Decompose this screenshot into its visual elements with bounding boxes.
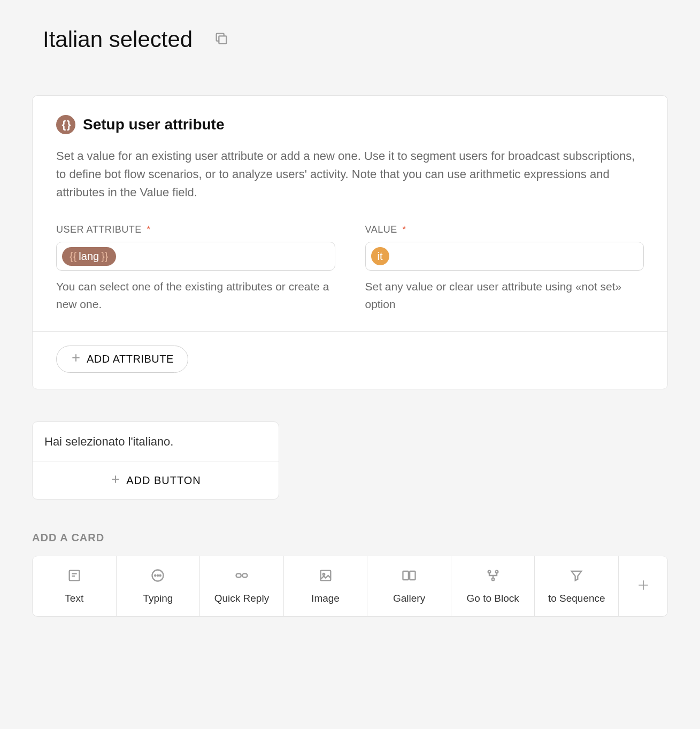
setup-card-description: Set a value for an existing user attribu… bbox=[56, 147, 644, 202]
add-button-button[interactable]: ADD BUTTON bbox=[33, 462, 279, 499]
svg-rect-0 bbox=[219, 36, 227, 43]
toolbar-item-gallery[interactable]: Gallery bbox=[367, 556, 451, 616]
svg-rect-16 bbox=[403, 571, 409, 580]
gallery-icon bbox=[401, 568, 417, 585]
value-label: VALUE * bbox=[365, 224, 644, 235]
toolbar-item-text[interactable]: Text bbox=[33, 556, 117, 616]
toolbar-item-to-sequence[interactable]: to Sequence bbox=[535, 556, 619, 616]
add-button-label: ADD BUTTON bbox=[126, 474, 201, 487]
message-card: Hai selezionato l'italiano. ADD BUTTON bbox=[32, 421, 279, 500]
svg-point-11 bbox=[160, 575, 161, 576]
typing-icon bbox=[150, 568, 165, 585]
setup-user-attribute-card: { } Setup user attribute Set a value for… bbox=[32, 95, 668, 389]
toolbar-item-go-to-block[interactable]: Go to Block bbox=[451, 556, 535, 616]
svg-point-10 bbox=[157, 575, 158, 576]
svg-rect-17 bbox=[410, 571, 415, 580]
svg-point-19 bbox=[495, 571, 498, 573]
toolbar-item-more[interactable] bbox=[619, 556, 667, 616]
svg-rect-13 bbox=[242, 574, 247, 578]
plus-icon bbox=[110, 474, 121, 487]
copy-icon[interactable] bbox=[214, 31, 229, 48]
go-to-block-icon bbox=[486, 568, 501, 585]
page-title[interactable]: Italian selected bbox=[43, 27, 193, 52]
value-help: Set any value or clear user attribute us… bbox=[365, 278, 644, 313]
add-card-toolbar: Text Typing Quick Reply Image Gallery Go… bbox=[32, 556, 668, 617]
message-text[interactable]: Hai selezionato l'italiano. bbox=[33, 422, 279, 462]
user-attribute-label: USER ATTRIBUTE * bbox=[56, 224, 335, 235]
braces-icon: { } bbox=[56, 115, 75, 134]
add-attribute-label: ADD ATTRIBUTE bbox=[87, 353, 174, 365]
svg-rect-14 bbox=[320, 571, 330, 581]
value-input[interactable]: it bbox=[365, 242, 644, 271]
add-card-heading: ADD A CARD bbox=[32, 532, 668, 544]
filter-icon bbox=[569, 568, 584, 585]
svg-point-20 bbox=[491, 578, 494, 581]
user-attribute-input[interactable]: {{ lang }} bbox=[56, 242, 335, 271]
toolbar-item-quick-reply[interactable]: Quick Reply bbox=[200, 556, 284, 616]
svg-point-18 bbox=[488, 571, 490, 573]
setup-card-title: Setup user attribute bbox=[83, 116, 224, 133]
toolbar-item-image[interactable]: Image bbox=[284, 556, 368, 616]
attribute-chip-lang[interactable]: {{ lang }} bbox=[62, 247, 116, 266]
value-chip-it[interactable]: it bbox=[371, 247, 389, 265]
svg-point-9 bbox=[155, 575, 156, 576]
user-attribute-help: You can select one of the existing attri… bbox=[56, 278, 335, 313]
text-icon bbox=[67, 568, 82, 585]
plus-icon bbox=[71, 352, 81, 366]
plus-icon bbox=[636, 578, 650, 594]
add-attribute-button[interactable]: ADD ATTRIBUTE bbox=[56, 346, 188, 373]
svg-point-15 bbox=[322, 573, 325, 575]
svg-rect-12 bbox=[236, 574, 241, 578]
toolbar-item-typing[interactable]: Typing bbox=[117, 556, 201, 616]
image-icon bbox=[318, 568, 333, 585]
quick-reply-icon bbox=[234, 568, 249, 585]
